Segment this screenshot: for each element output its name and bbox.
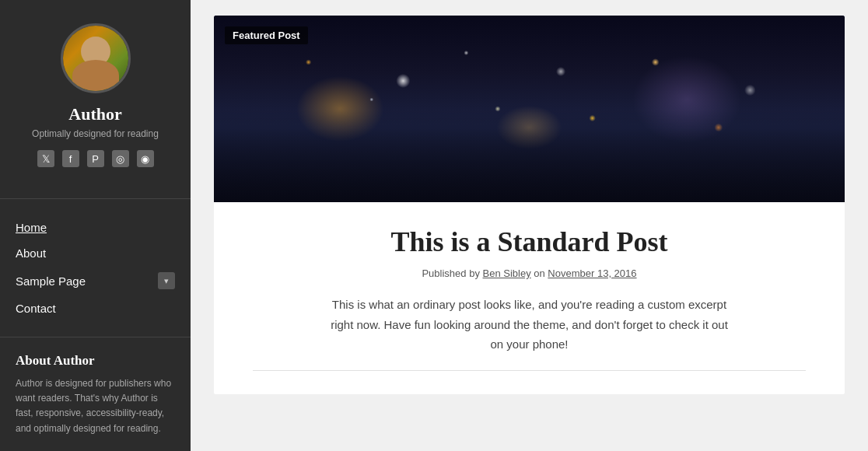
sidebar-divider-1 [0, 198, 191, 199]
sample-page-chevron[interactable]: ▾ [158, 272, 175, 289]
author-name: Author [68, 104, 121, 124]
main-content: Featured Post This is a Standard Post Pu… [191, 0, 868, 451]
featured-post-card: Featured Post This is a Standard Post Pu… [214, 16, 845, 394]
post-divider [253, 370, 806, 371]
about-author-section: About Author Author is designed for publ… [0, 345, 191, 451]
rss-icon[interactable]: ◉ [137, 150, 154, 167]
avatar-image [63, 26, 128, 91]
sidebar-nav: Home About Sample Page ▾ Contact [0, 207, 191, 329]
nav-item-sample-page[interactable]: Sample Page ▾ [0, 266, 191, 295]
post-meta: Published by Ben Sibley on November 13, … [253, 267, 806, 279]
about-author-text: Author is designed for publishers who wa… [16, 376, 175, 436]
instagram-icon[interactable]: ◎ [112, 150, 129, 167]
sidebar-header: Author Optimally designed for reading 𝕏 … [0, 0, 191, 198]
post-body: This is a Standard Post Published by Ben… [214, 202, 845, 394]
nav-item-contact[interactable]: Contact [0, 295, 191, 321]
post-title: This is a Standard Post [253, 226, 806, 258]
post-author-link[interactable]: Ben Sibley [483, 267, 531, 279]
avatar [61, 23, 131, 93]
nav-item-about[interactable]: About [0, 240, 191, 266]
featured-image: Featured Post [214, 16, 845, 202]
nav-item-home[interactable]: Home [0, 215, 191, 240]
sidebar-divider-2 [0, 337, 191, 337]
featured-label: Featured Post [225, 26, 308, 44]
facebook-icon[interactable]: f [62, 150, 79, 167]
twitter-icon[interactable]: 𝕏 [37, 150, 54, 167]
post-excerpt: This is what an ordinary post looks like… [327, 295, 732, 355]
sidebar: Author Optimally designed for reading 𝕏 … [0, 0, 191, 451]
social-icons-row: 𝕏 f P ◎ ◉ [37, 150, 154, 167]
post-meta-prefix: Published by [422, 267, 482, 279]
author-tagline: Optimally designed for reading [32, 128, 159, 139]
about-author-title: About Author [16, 353, 175, 369]
pinterest-icon[interactable]: P [87, 150, 104, 167]
post-date-link[interactable]: November 13, 2016 [548, 267, 636, 279]
post-meta-middle: on [531, 267, 548, 279]
